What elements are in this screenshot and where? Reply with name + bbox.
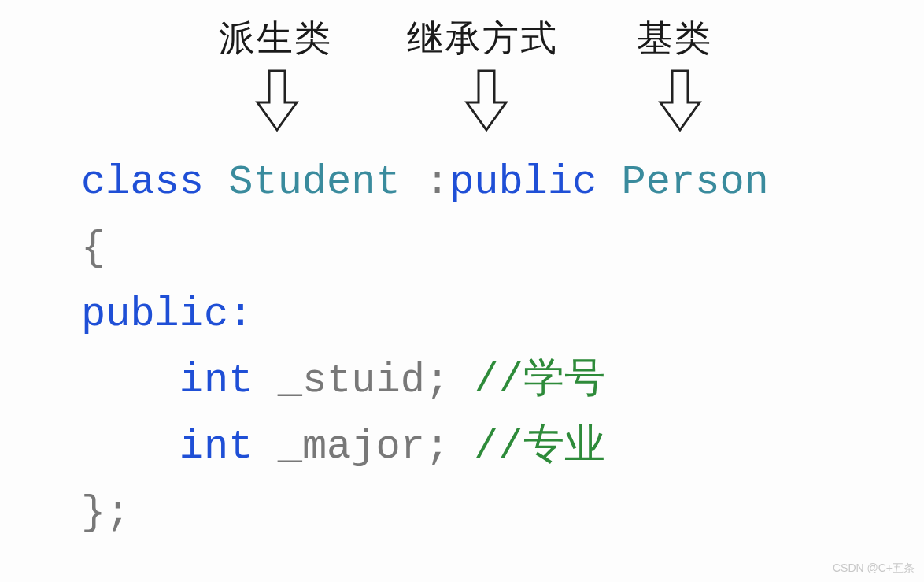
brace-open: { <box>81 225 105 272</box>
keyword-int: int <box>179 424 253 470</box>
keyword-public-inheritance: public <box>449 159 597 206</box>
label-derived-class: 派生类 <box>219 14 332 63</box>
keyword-int: int <box>179 358 253 404</box>
label-inheritance-mode: 继承方式 <box>407 14 558 63</box>
down-arrow-icon <box>463 67 510 138</box>
down-arrow-icon <box>253 67 301 138</box>
comment-stuid: //学号 <box>474 358 604 404</box>
type-student: Student <box>228 159 400 206</box>
annotation-row: 派生类 继承方式 基类 <box>0 14 924 61</box>
keyword-class: class <box>81 159 204 206</box>
watermark: CSDN @C+五条 <box>833 562 915 576</box>
member-stuid: _stuid; <box>278 358 449 404</box>
type-person: Person <box>622 159 769 206</box>
keyword-public-label: public: <box>81 291 253 338</box>
down-arrow-icon <box>656 67 704 138</box>
brace-close: }; <box>81 490 130 536</box>
comment-major: //专业 <box>474 424 604 470</box>
colon: : <box>425 159 449 206</box>
code-block: class Student :public Person { public: i… <box>81 150 769 547</box>
label-base-class: 基类 <box>637 14 712 63</box>
member-major: _major; <box>278 424 449 470</box>
